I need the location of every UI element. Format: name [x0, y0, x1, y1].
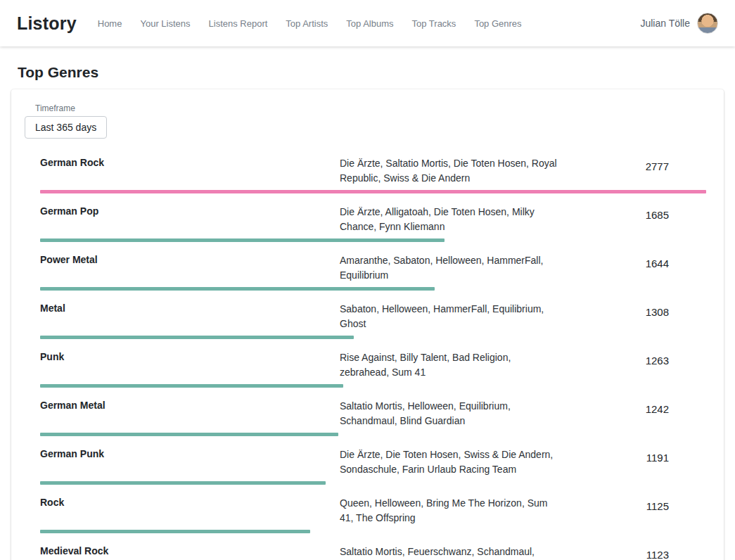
genre-name: Punk: [40, 350, 340, 362]
genre-bar: [40, 238, 445, 242]
genre-row[interactable]: German Rock Die Ärzte, Saltatio Mortis, …: [11, 148, 724, 197]
page-title: Top Genres: [18, 64, 735, 81]
genre-row[interactable]: German Punk Die Ärzte, Die Toten Hosen, …: [11, 440, 724, 488]
genre-row[interactable]: Power Metal Amaranthe, Sabaton, Hellowee…: [11, 246, 724, 294]
genre-row[interactable]: Punk Rise Against, Billy Talent, Bad Rel…: [11, 343, 724, 391]
nav-item-listens-report[interactable]: Listens Report: [209, 18, 268, 29]
user-name[interactable]: Julian Tölle: [640, 18, 690, 29]
genre-name: Medieval Rock: [40, 545, 340, 556]
user-menu[interactable]: Julian Tölle: [640, 13, 718, 34]
genre-name: German Punk: [40, 447, 340, 459]
genre-count: 1123: [559, 545, 706, 560]
timeframe-select[interactable]: Last 365 days: [25, 116, 107, 139]
genre-bar: [40, 481, 326, 485]
nav-item-top-artists[interactable]: Top Artists: [286, 18, 328, 29]
genre-bar: [40, 336, 354, 339]
genre-name: German Rock: [40, 156, 340, 168]
genre-row[interactable]: German Pop Die Ärzte, Alligatoah, Die To…: [11, 197, 724, 246]
genre-artists: Die Ärzte, Alligatoah, Die Toten Hosen, …: [340, 205, 559, 234]
nav-item-your-listens[interactable]: Your Listens: [140, 18, 190, 29]
timeframe-label: Timeframe: [35, 103, 724, 113]
genre-artists: Sabaton, Helloween, HammerFall, Equilibr…: [340, 302, 559, 331]
nav-item-top-tracks[interactable]: Top Tracks: [412, 18, 456, 29]
genre-bar: [40, 530, 310, 533]
genre-artists: Amaranthe, Sabaton, Helloween, HammerFal…: [340, 253, 559, 283]
genre-artists: Saltatio Mortis, Feuerschwanz, Schandmau…: [340, 545, 559, 560]
genre-count: 1242: [559, 399, 706, 415]
genre-bar: [40, 433, 338, 436]
genre-count: 1685: [559, 205, 706, 221]
genre-artists: Die Ärzte, Die Toten Hosen, Swiss & Die …: [340, 447, 559, 477]
main-nav: Home Your Listens Listens Report Top Art…: [98, 18, 522, 29]
genre-row[interactable]: Rock Queen, Helloween, Bring Me The Hori…: [11, 488, 724, 537]
genre-artists: Saltatio Mortis, Helloween, Equilibrium,…: [340, 399, 559, 428]
genre-row[interactable]: Metal Sabaton, Helloween, HammerFall, Eq…: [11, 294, 724, 343]
genre-count: 1125: [559, 496, 706, 512]
timeframe-filter: Timeframe Last 365 days: [11, 99, 724, 148]
genre-bar: [40, 384, 343, 388]
user-avatar[interactable]: [697, 13, 718, 34]
top-genres-card: Timeframe Last 365 days German Rock Die …: [11, 89, 724, 560]
genre-count: 2777: [559, 156, 706, 172]
genre-artists: Rise Against, Billy Talent, Bad Religion…: [340, 350, 559, 380]
genre-row[interactable]: German Metal Saltatio Mortis, Helloween,…: [11, 391, 724, 440]
top-navbar: Listory Home Your Listens Listens Report…: [0, 0, 735, 46]
nav-item-home[interactable]: Home: [98, 18, 122, 29]
brand-logo[interactable]: Listory: [17, 13, 77, 34]
genre-name: Rock: [40, 496, 340, 508]
genre-name: Metal: [40, 302, 340, 314]
genre-table: German Rock Die Ärzte, Saltatio Mortis, …: [11, 148, 724, 560]
genre-artists: Die Ärzte, Saltatio Mortis, Die Toten Ho…: [340, 156, 559, 186]
nav-item-top-genres[interactable]: Top Genres: [474, 18, 521, 29]
genre-name: Power Metal: [40, 253, 340, 265]
genre-count: 1644: [559, 253, 706, 269]
nav-item-top-albums[interactable]: Top Albums: [346, 18, 393, 29]
genre-bar: [40, 287, 435, 291]
genre-name: German Metal: [40, 399, 340, 411]
genre-row[interactable]: Medieval Rock Saltatio Mortis, Feuerschw…: [11, 537, 724, 560]
genre-bar: [40, 190, 706, 193]
genre-count: 1263: [559, 350, 706, 367]
genre-count: 1191: [559, 447, 706, 464]
genre-name: German Pop: [40, 205, 340, 217]
genre-artists: Queen, Helloween, Bring Me The Horizon, …: [340, 496, 559, 526]
genre-count: 1308: [559, 302, 706, 318]
